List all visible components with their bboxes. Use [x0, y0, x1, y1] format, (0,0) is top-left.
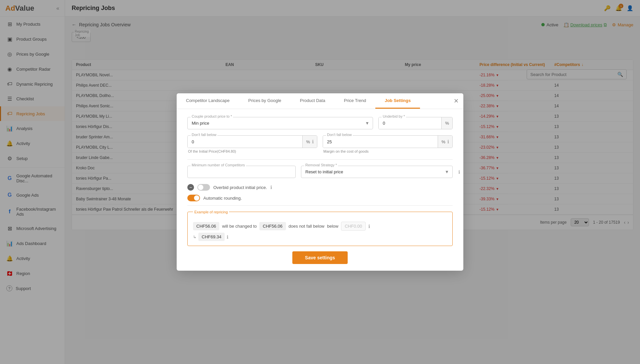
- example-label: Example of repricing: [193, 210, 229, 214]
- example-container: Example of repricing CHF56.06 will be ch…: [187, 212, 453, 246]
- form-row-2: Don't fall below % ℹ Of the Initial Pric…: [187, 135, 453, 153]
- overbid-toggle-row: − Overbid product initial price. ℹ: [187, 184, 453, 191]
- couple-product-select[interactable]: Min price Max price Average price: [188, 117, 373, 129]
- tab-product-data[interactable]: Product Data: [291, 93, 335, 109]
- tab-prices-by-google[interactable]: Prices by Google: [239, 93, 291, 109]
- toggle-check-icon: ✓: [195, 196, 197, 200]
- dont-fall-2-input[interactable]: [323, 136, 438, 148]
- dont-fall-1-info-icon[interactable]: ℹ: [312, 139, 314, 144]
- example-does-not: does not fall below: [289, 224, 325, 229]
- example-sub: ↳ CHF69.34 ℹ: [193, 233, 447, 241]
- example-ghost-value: CHF0.00: [341, 222, 366, 231]
- modal-close-button[interactable]: ✕: [454, 98, 459, 104]
- dont-fall-1-helper: Of the Initial Price(CHF84.80): [187, 149, 317, 153]
- auto-rounding-toggle-row: ✓ Automatic rounding.: [187, 195, 453, 201]
- example-info-icon[interactable]: ℹ: [368, 224, 370, 229]
- example-box: Example of repricing CHF56.06 will be ch…: [187, 212, 453, 246]
- overbid-toggle[interactable]: [197, 184, 210, 191]
- tab-job-settings[interactable]: Job Settings: [375, 93, 420, 109]
- dont-fall-1-input[interactable]: [188, 136, 302, 148]
- dont-fall-1-label: Don't fall below: [191, 133, 217, 137]
- dont-fall-2-label: Don't fall below: [326, 133, 353, 137]
- overbid-minus-icon[interactable]: −: [187, 184, 194, 191]
- couple-product-group: Couple product price to * Min price Max …: [187, 117, 373, 129]
- dont-fall-2-helper: Margin on the cost of goods: [323, 149, 453, 153]
- dont-fall-2-suffix: % ℹ: [438, 136, 452, 148]
- form-row-1: Couple product price to * Min price Max …: [187, 117, 453, 129]
- modal-divider-1: [187, 159, 453, 160]
- overbid-label: Overbid product initial price.: [213, 185, 267, 190]
- removal-strategy-wrap[interactable]: Reset to initial price Keep current pric…: [301, 166, 453, 178]
- min-competitors-input[interactable]: 1: [187, 166, 296, 178]
- example-sub-value: CHF69.34: [198, 233, 225, 241]
- removal-strategy-group: Removal Strategy * Reset to initial pric…: [301, 166, 453, 178]
- modal-overlay[interactable]: Competitor Landscape Prices by Google Pr…: [0, 0, 640, 364]
- couple-product-select-wrap[interactable]: Min price Max price Average price ▼: [187, 117, 373, 129]
- min-competitors-label: Minimum number of Competitors: [191, 163, 246, 167]
- modal-divider-2: [187, 205, 453, 206]
- form-row-3: Minimum number of Competitors 1 Removal …: [187, 166, 453, 178]
- removal-strategy-label: Removal Strategy *: [304, 163, 338, 167]
- job-settings-modal: Competitor Landscape Prices by Google Pr…: [177, 93, 463, 271]
- example-to-chip: CHF56.06: [259, 222, 286, 230]
- couple-product-label: Couple product price to *: [191, 114, 233, 118]
- underbid-input-wrap: %: [378, 117, 453, 129]
- dont-fall-2-info-icon[interactable]: ℹ: [447, 139, 449, 144]
- dont-fall-1-wrap: % ℹ: [187, 135, 317, 148]
- auto-rounding-label: Automatic rounding.: [203, 196, 242, 201]
- example-row: CHF56.06 will be changed to CHF56.06 doe…: [193, 222, 447, 231]
- underbid-input[interactable]: [379, 117, 441, 129]
- dont-fall-1-suffix: % ℹ: [302, 136, 317, 148]
- removal-strategy-select[interactable]: Reset to initial price Keep current pric…: [301, 166, 452, 178]
- example-from-chip: CHF56.06: [193, 222, 219, 230]
- min-competitors-group: Minimum number of Competitors 1: [187, 166, 296, 178]
- dont-fall-1-group: Don't fall below % ℹ Of the Initial Pric…: [187, 135, 317, 153]
- modal-tabs: Competitor Landscape Prices by Google Pr…: [177, 93, 463, 109]
- overbid-info-icon[interactable]: ℹ: [270, 185, 272, 190]
- tab-price-trend[interactable]: Price Trend: [335, 93, 375, 109]
- underbid-group: Underbid by * %: [378, 117, 453, 129]
- underbid-label: Underbid by *: [382, 114, 406, 118]
- removal-info-icon[interactable]: ℹ: [458, 169, 460, 175]
- dont-fall-2-group: Don't fall below % ℹ Margin on the cost …: [323, 135, 453, 153]
- dont-fall-2-wrap: % ℹ: [323, 135, 453, 148]
- example-will-be: will be changed to: [222, 224, 257, 229]
- example-below-text: below: [327, 224, 338, 229]
- example-sub-info-icon[interactable]: ℹ: [227, 234, 228, 240]
- tab-competitor-landscape[interactable]: Competitor Landscape: [177, 93, 239, 109]
- save-button-row: Save settings: [187, 251, 453, 264]
- save-settings-button[interactable]: Save settings: [292, 251, 348, 264]
- example-sub-arrow: ↳: [193, 235, 196, 239]
- underbid-suffix: %: [441, 117, 452, 129]
- auto-rounding-toggle[interactable]: ✓: [187, 195, 200, 201]
- modal-body: Couple product price to * Min price Max …: [177, 109, 463, 271]
